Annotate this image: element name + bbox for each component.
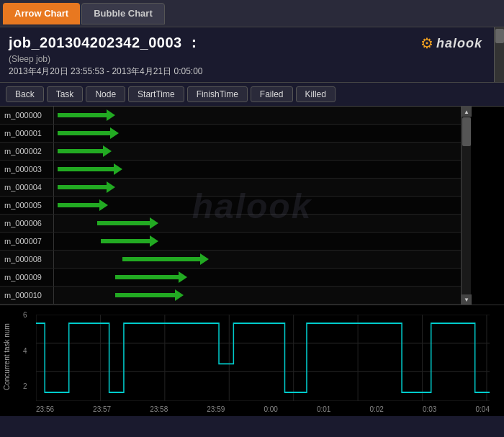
task-row: m_000005	[0, 197, 461, 215]
task-arrow	[58, 202, 108, 209]
failed-button[interactable]: Failed	[251, 86, 293, 102]
task-label: m_000002	[0, 143, 54, 160]
y-tick-6: 6	[23, 311, 27, 319]
task-button[interactable]: Task	[47, 86, 84, 102]
scroll-down-button[interactable]: ▼	[462, 294, 472, 305]
task-area: m_000000m_000001m_000002m_000003m_000004…	[0, 107, 504, 305]
x-label-1: 23:57	[93, 405, 111, 413]
task-canvas	[54, 269, 461, 286]
task-row: m_000002	[0, 143, 461, 161]
task-arrow	[101, 238, 158, 245]
task-row: m_000010	[0, 287, 461, 305]
task-row: m_000007	[0, 233, 461, 251]
task-arrow	[97, 220, 158, 227]
halook-gear-icon: ⚙	[420, 35, 433, 52]
x-label-0: 23:56	[36, 405, 54, 413]
task-arrow	[115, 274, 187, 281]
task-label: m_000009	[0, 269, 54, 286]
back-button[interactable]: Back	[6, 86, 44, 102]
task-arrow	[58, 184, 115, 191]
task-row: m_000004	[0, 179, 461, 197]
x-label-7: 0:03	[423, 405, 436, 413]
task-label: m_000004	[0, 179, 54, 196]
x-label-3: 23:59	[207, 405, 225, 413]
tab-arrow-chart[interactable]: Arrow Chart	[3, 3, 80, 24]
finishtime-button[interactable]: FinishTime	[187, 86, 248, 102]
task-canvas	[54, 125, 461, 142]
task-row: m_000008	[0, 251, 461, 269]
chart-inner: 6 4 2 23:56 23:57 23:58 23:59	[36, 311, 490, 416]
task-row: m_000003	[0, 161, 461, 179]
scroll-track	[462, 117, 471, 294]
node-button[interactable]: Node	[86, 86, 125, 102]
x-label-8: 0:04	[476, 405, 490, 413]
job-subtitle: (Sleep job)	[9, 54, 495, 64]
task-arrow	[58, 166, 122, 173]
task-canvas	[54, 251, 461, 268]
task-label: m_000010	[0, 287, 54, 304]
task-row: m_000006	[0, 215, 461, 233]
task-scrollbar[interactable]: ▲ ▼	[461, 107, 471, 305]
tab-bar: Arrow Chart Bubble Chart	[0, 0, 504, 27]
task-canvas	[54, 179, 461, 196]
scroll-up-button[interactable]: ▲	[462, 107, 472, 117]
task-canvas	[54, 197, 461, 214]
task-arrow	[58, 112, 115, 119]
y-tick-2: 2	[23, 382, 27, 390]
x-axis-labels: 23:56 23:57 23:58 23:59 0:00 0:01 0:02 0…	[36, 404, 490, 413]
header-scrollbar[interactable]	[494, 27, 504, 82]
task-arrow	[122, 256, 209, 263]
task-label: m_000000	[0, 107, 54, 124]
x-label-2: 23:58	[150, 405, 168, 413]
task-canvas	[54, 233, 461, 250]
starttime-button[interactable]: StartTime	[128, 86, 184, 102]
y-axis-title: Concurrent task num	[3, 318, 11, 390]
task-label: m_000001	[0, 125, 54, 142]
y-axis-label: Concurrent task num	[0, 311, 36, 416]
halook-logo: ⚙ halook	[420, 35, 482, 52]
x-label-5: 0:01	[317, 405, 330, 413]
task-canvas	[54, 287, 461, 304]
task-canvas	[54, 215, 461, 232]
task-arrow	[58, 130, 119, 137]
task-label: m_000007	[0, 233, 54, 250]
chart-svg	[36, 315, 490, 401]
x-label-6: 0:02	[369, 405, 383, 413]
tab-bubble-chart[interactable]: Bubble Chart	[81, 3, 165, 24]
task-label: m_000008	[0, 251, 54, 268]
task-row: m_000000	[0, 107, 461, 125]
x-label-4: 0:00	[264, 405, 277, 413]
killed-button[interactable]: Killed	[296, 86, 336, 102]
task-arrow	[58, 148, 112, 155]
task-list: m_000000m_000001m_000002m_000003m_000004…	[0, 107, 461, 305]
job-time: 2013年4月20日 23:55:53 - 2013年4月21日 0:05:00	[9, 66, 495, 78]
task-arrow	[115, 292, 184, 299]
task-row: m_000009	[0, 269, 461, 287]
task-canvas	[54, 107, 461, 124]
y-tick-4: 4	[23, 347, 27, 355]
chart-area: Concurrent task num 6 4 2 23	[0, 305, 504, 416]
controls-bar: Back Task Node StartTime FinishTime Fail…	[0, 83, 504, 107]
task-label: m_000006	[0, 215, 54, 232]
job-header: job_201304202342_0003 ： (Sleep job) 2013…	[0, 27, 504, 83]
task-canvas	[54, 143, 461, 160]
task-row: m_000001	[0, 125, 461, 143]
task-label: m_000005	[0, 197, 54, 214]
task-label: m_000003	[0, 161, 54, 178]
task-canvas	[54, 161, 461, 178]
scroll-thumb[interactable]	[462, 117, 471, 146]
